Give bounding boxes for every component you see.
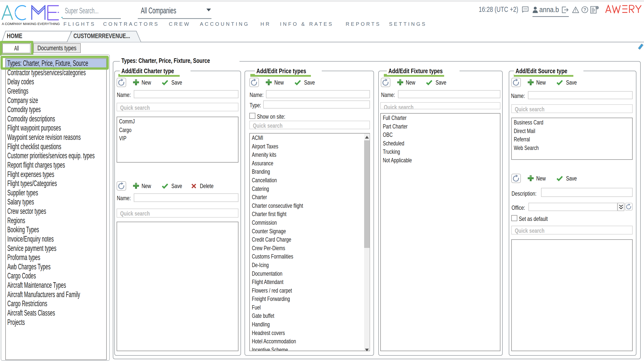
svg-text:A COMPANY MAKING EVERYTHING: A COMPANY MAKING EVERYTHING [2,22,60,26]
svg-text:?: ? [583,7,586,12]
